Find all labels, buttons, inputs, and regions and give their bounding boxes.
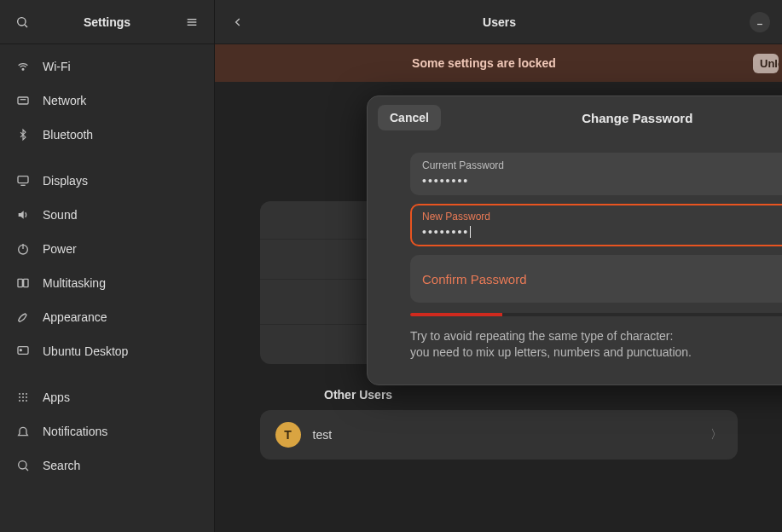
sidebar-item-multitasking[interactable]: Multitasking [0, 266, 214, 300]
new-password-label: New Password [422, 211, 782, 223]
password-strength-bar [410, 313, 782, 316]
cancel-button[interactable]: Cancel [378, 105, 441, 130]
sidebar-item-network[interactable]: Network [0, 84, 214, 118]
svg-rect-13 [18, 279, 22, 286]
wifi-icon [15, 59, 31, 74]
sidebar-item-label: Appearance [43, 310, 107, 324]
sidebar-item-label: Power [43, 242, 77, 256]
displays-icon [15, 173, 31, 188]
svg-marker-10 [19, 211, 24, 218]
svg-point-26 [19, 461, 26, 469]
svg-point-21 [22, 396, 24, 398]
dialog-title: Change Password [441, 111, 782, 125]
text-caret [470, 226, 471, 238]
sidebar-item-label: Network [43, 94, 86, 107]
hamburger-icon [185, 15, 199, 29]
svg-point-22 [26, 396, 27, 398]
apps-icon [15, 390, 31, 405]
settings-sidebar: Settings Wi-Fi Network Bluetooth Display… [0, 0, 215, 532]
ubuntu-icon [15, 344, 31, 359]
svg-point-24 [22, 400, 24, 402]
main-panel: Users Some settings are locked Unlock ••… [215, 0, 782, 532]
sidebar-item-apps[interactable]: Apps [0, 380, 214, 414]
confirm-password-field[interactable]: Confirm Password [410, 255, 782, 303]
current-password-value: •••••••• [422, 173, 782, 188]
sidebar-title: Settings [34, 15, 180, 29]
sidebar-item-label: Sound [43, 208, 77, 222]
sidebar-menu-button[interactable] [180, 10, 204, 34]
dialog-header: Cancel Change Password Change [368, 96, 782, 139]
current-password-field[interactable]: Current Password •••••••• [410, 153, 782, 195]
svg-line-1 [25, 25, 27, 27]
sidebar-item-ubuntu-desktop[interactable]: Ubuntu Desktop [0, 334, 214, 368]
sidebar-item-search[interactable]: Search [0, 448, 214, 483]
sidebar-search-button[interactable] [10, 10, 34, 34]
svg-point-23 [19, 400, 20, 402]
svg-point-0 [18, 17, 26, 25]
search-icon [15, 458, 31, 473]
svg-rect-8 [18, 176, 28, 183]
sidebar-item-label: Ubuntu Desktop [43, 344, 128, 358]
svg-point-16 [20, 350, 21, 351]
password-hint: Try to avoid repeating the same type of … [410, 328, 782, 361]
sidebar-list: Wi-Fi Network Bluetooth Displays Sound [0, 44, 214, 532]
confirm-password-label: Confirm Password [422, 272, 782, 286]
svg-point-25 [26, 400, 27, 402]
sidebar-item-notifications[interactable]: Notifications [0, 414, 214, 448]
svg-point-17 [19, 393, 20, 395]
sidebar-item-label: Notifications [43, 425, 107, 438]
sidebar-item-label: Apps [43, 390, 70, 404]
change-password-dialog: Cancel Change Password Change Current Pa… [367, 95, 782, 385]
power-icon [15, 241, 31, 257]
new-password-field[interactable]: New Password •••••••• [410, 204, 782, 246]
current-password-label: Current Password [422, 159, 782, 171]
sidebar-item-label: Search [43, 459, 80, 472]
sidebar-item-bluetooth[interactable]: Bluetooth [0, 118, 214, 152]
search-icon [15, 15, 29, 29]
svg-point-20 [19, 396, 20, 398]
svg-rect-6 [18, 97, 28, 104]
svg-point-18 [22, 393, 24, 395]
network-icon [15, 93, 31, 108]
sidebar-item-wifi[interactable]: Wi-Fi [0, 49, 214, 84]
bluetooth-icon [15, 127, 31, 142]
appearance-icon [15, 309, 31, 325]
sidebar-item-appearance[interactable]: Appearance [0, 300, 214, 334]
notifications-icon [15, 424, 31, 439]
password-strength-fill [410, 313, 502, 316]
sidebar-item-label: Wi-Fi [43, 60, 71, 73]
sidebar-item-power[interactable]: Power [0, 232, 214, 266]
sidebar-item-sound[interactable]: Sound [0, 198, 214, 232]
svg-point-5 [22, 68, 24, 70]
sidebar-item-label: Bluetooth [43, 128, 93, 142]
sidebar-item-displays[interactable]: Displays [0, 164, 214, 198]
sound-icon [15, 207, 31, 223]
svg-point-19 [26, 393, 27, 395]
sidebar-item-label: Multitasking [43, 276, 106, 290]
svg-rect-14 [24, 279, 28, 286]
sidebar-header: Settings [0, 0, 214, 44]
multitask-icon [15, 275, 31, 291]
svg-line-27 [26, 468, 28, 471]
sidebar-item-label: Displays [43, 174, 88, 188]
new-password-value: •••••••• [422, 224, 782, 240]
